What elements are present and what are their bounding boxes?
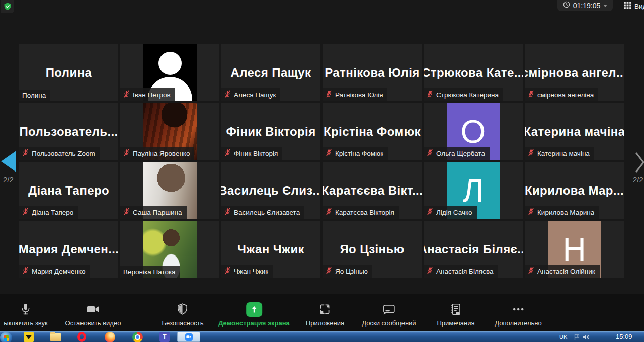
participant-tile[interactable]: ООльга Щербата [424,103,523,160]
view-button[interactable]: Вид [624,0,644,12]
next-page-arrow[interactable] [635,152,644,175]
caret-down-icon [603,5,607,7]
participant-name: Анастасія Олійник [537,268,595,275]
tray-speaker-icon[interactable] [583,333,590,342]
taskbar-clock[interactable]: 15:09 [616,333,632,340]
toolbar-more-label: Дополнительно [495,319,542,327]
participant-name: Ольга Щербата [436,150,485,157]
participant-nameplate: смірнова ангеліна [525,88,598,101]
participant-tile[interactable]: Вероніка Патока [120,221,219,278]
participant-tile[interactable]: Каратєєва Вікт...Каратєєва Вікторія [323,162,422,219]
tray-flag-icon[interactable] [574,333,580,342]
participant-tile[interactable]: Кирилова Мар...Кирилова Марина [525,162,624,219]
muted-mic-icon [224,149,231,158]
toolbar-share-screen-button[interactable]: Демонстрация экрана [218,302,290,327]
participant-tile[interactable]: Мария Демчен...Мария Демченко [19,221,118,278]
toolbar-notes-label: Примечания [437,319,474,327]
participant-tile[interactable]: Катерина мачінаКатерина мачіна [525,103,624,160]
toolbar-more-button[interactable]: Дополнительно [495,302,542,327]
microphone-icon [20,302,32,317]
toolbar-apps-button[interactable]: Приложения [306,302,344,327]
participant-nameplate: Ратнікова Юлія [323,88,387,101]
participant-tile[interactable]: Пауліна Яровенко [120,103,219,160]
toolbar-whiteboards-label: Доски сообщений [362,319,416,327]
participant-tile[interactable]: Крістіна ФомюкКрістіна Фомюк [323,103,422,160]
meeting-timer[interactable]: 01:19:05 [557,0,613,11]
participant-tile[interactable]: Саша Паршина [120,162,219,219]
participant-name: Кирилова Марина [537,209,594,216]
toolbar-video-label: Остановить видео [65,319,121,327]
grid-view-icon [624,2,631,11]
toolbar-mute-button[interactable]: ыключить звук [4,302,47,327]
participant-nameplate: Мария Демченко [19,265,90,278]
participant-tile[interactable]: Ратнікова ЮліяРатнікова Юлія [323,44,422,101]
participant-tile[interactable]: Алеся ПащукАлеся Пащук [221,44,320,101]
apps-icon [318,302,332,317]
participant-tile[interactable]: ПолинаПолина [19,44,118,101]
meeting-toolbar: Завершение ыключить звукОстановить видео… [0,294,644,331]
participant-name: Алеся Пащук [234,91,276,99]
participant-nameplate: Анастасія Біляєва [424,265,498,278]
participant-nameplate: Яо Цзінью [323,265,372,278]
participant-tile[interactable]: Стрюкова Кате...Стрюкова Катерина [424,44,523,101]
toolbar-video-button[interactable]: Остановить видео [65,302,121,327]
page-indicator-right: 2/2 [633,175,643,184]
toolbar-mute-label: ыключить звук [4,319,47,327]
participant-tile[interactable]: Іван Петров [120,44,219,101]
participant-nameplate: Алеся Пащук [221,88,280,101]
taskbar-teams-icon[interactable]: T [159,332,170,342]
more-dots-icon [510,302,526,317]
toolbar-notes-button[interactable]: Примечания [437,302,474,327]
previous-page-arrow[interactable] [1,151,16,172]
taskbar-firefox-icon[interactable] [105,332,115,342]
participant-tile[interactable]: смірнова ангел...смірнова ангеліна [525,44,624,101]
taskbar-chrome-icon[interactable] [132,332,143,342]
participant-tile[interactable]: Пользователь...Пользователь Zoom [19,103,118,160]
muted-mic-icon [326,90,332,99]
participant-nameplate: Анастасія Олійник [525,265,600,278]
participant-nameplate: Пользователь Zoom [19,147,100,160]
page-indicator-left: 2/2 [3,175,14,184]
participant-tile[interactable]: Діана ТапероДіана Таперо [19,162,118,219]
participant-nameplate: Саша Паршина [120,206,187,219]
participant-tile[interactable]: НАнастасія Олійник [525,221,624,278]
participant-name: Каратєєва Вікторія [335,209,394,216]
language-indicator[interactable]: UK [559,334,567,340]
participant-name: Крістіна Фомюк [335,150,383,157]
taskbar-folder-explorer-icon[interactable] [50,332,61,341]
taskbar-zoom-icon[interactable] [177,332,200,342]
participant-name: Анастасія Біляєва [436,268,494,275]
participant-name: Лідія Сачко [436,209,472,216]
participant-name: смірнова ангеліна [537,91,594,99]
muted-mic-icon [528,267,534,276]
taskbar-opera-icon[interactable] [77,332,86,342]
timer-value: 01:19:05 [573,2,601,10]
toolbar-apps-label: Приложения [306,319,344,327]
shield-icon [176,302,189,317]
participant-tile[interactable]: Яо ЦзіньюЯо Цзінью [323,221,422,278]
participant-name: Василець Єлизавета [234,209,300,216]
taskbar-thebat-mail-icon[interactable] [24,332,34,342]
participant-tile[interactable]: Фіник ВікторіяФіник Вікторія [221,103,320,160]
participant-name: Іван Петров [133,91,171,99]
participant-name: Діана Таперо [32,209,73,216]
participant-name: Пауліна Яровенко [133,150,190,157]
participant-name: Яо Цзінью [335,268,368,275]
muted-mic-icon [528,208,534,217]
camera-icon [86,302,100,317]
participant-name: Саша Паршина [133,209,182,216]
participant-tile[interactable]: Анастасія Біляє...Анастасія Біляєва [424,221,523,278]
muted-mic-icon [427,267,433,276]
participant-tile[interactable]: Василець Єлиз...Василець Єлизавета [221,162,320,219]
toolbar-security-button[interactable]: Безопасность [162,302,204,327]
participant-nameplate: Стрюкова Катерина [424,88,503,101]
participant-name: Пользователь Zoom [32,150,95,157]
participant-tile[interactable]: ЛЛідія Сачко [424,162,523,219]
participant-nameplate: Каратєєва Вікторія [323,206,399,219]
taskbar-start-icon[interactable] [0,332,12,342]
muted-mic-icon [123,149,130,158]
windows-taskbar: UK 15:09 T [0,331,644,342]
participant-tile[interactable]: Чжан ЧжикЧжан Чжик [221,221,320,278]
meeting-security-shield-icon[interactable] [1,0,14,13]
toolbar-whiteboards-button[interactable]: Доски сообщений [362,302,416,327]
